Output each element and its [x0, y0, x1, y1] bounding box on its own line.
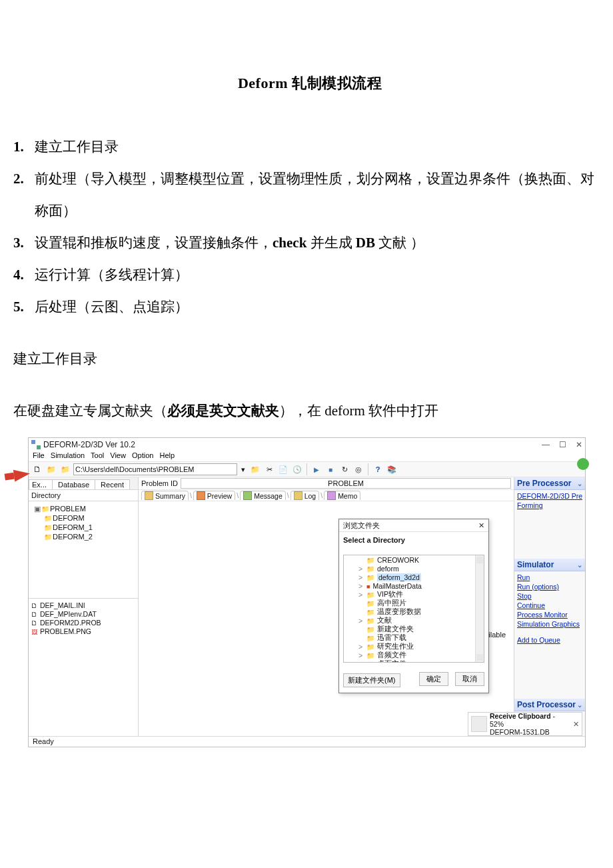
- folder-icon: [366, 608, 374, 616]
- run-icon[interactable]: [310, 463, 322, 475]
- browse-icon[interactable]: [59, 463, 71, 475]
- link-continue[interactable]: Continue: [517, 601, 582, 609]
- folder-icon: [366, 573, 374, 581]
- menu-simulation[interactable]: Simulation: [51, 451, 85, 459]
- dialog-folder-item[interactable]: >研究生作业: [344, 642, 484, 651]
- tab-database[interactable]: Database: [52, 479, 95, 489]
- tree-item[interactable]: DEFORM_1: [30, 523, 137, 532]
- tree-item[interactable]: DEFORM: [30, 513, 137, 523]
- doc-title: Deform 轧制模拟流程: [13, 73, 606, 93]
- tab-log[interactable]: Log: [291, 491, 320, 500]
- path-input[interactable]: C:\Users\dell\Documents\PROBLEM: [73, 463, 237, 475]
- menu-file[interactable]: File: [33, 451, 45, 459]
- file-item[interactable]: DEF_MPIenv.DAT: [30, 609, 137, 618]
- step-2: 2. 前处理（导入模型，调整模型位置，设置物理性质，划分网格，设置边界条件（换热…: [13, 163, 606, 227]
- dialog-folder-item[interactable]: >deform: [344, 564, 484, 573]
- link-simulation-graphics[interactable]: Simulation Graphics: [517, 620, 582, 628]
- new-folder-button[interactable]: 新建文件夹(M): [343, 673, 400, 687]
- file-item[interactable]: DEFORM2D.PROB: [30, 618, 137, 627]
- toast-close-icon[interactable]: ✕: [573, 720, 579, 728]
- tree-root[interactable]: ▣ PROBLEM: [30, 504, 137, 513]
- app-icon: [31, 440, 41, 449]
- preprocessor-header[interactable]: Pre Processor⌄: [514, 477, 585, 490]
- folder-icon: [366, 651, 374, 659]
- left-panel: Ex... Database Recent Directory ▣ PROBLE…: [29, 477, 139, 736]
- link-add-to-queue[interactable]: Add to Queue: [517, 636, 582, 644]
- folder-icon: [366, 556, 374, 564]
- folder-up-icon[interactable]: [249, 463, 261, 475]
- statusbar: Ready: [29, 736, 585, 747]
- toolbar-separator: [306, 463, 307, 475]
- dialog-folder-item[interactable]: >MailMasterData: [344, 581, 484, 590]
- tab-preview[interactable]: Preview: [193, 491, 235, 500]
- open-icon[interactable]: [45, 463, 57, 475]
- folder-icon: [366, 591, 374, 599]
- problem-id-value[interactable]: PROBLEM: [181, 478, 511, 489]
- tab-summary[interactable]: Summary: [141, 491, 189, 500]
- dialog-folder-item[interactable]: 温度变形数据: [344, 607, 484, 616]
- folder-icon: [43, 532, 53, 542]
- ok-button[interactable]: 确定: [419, 672, 448, 686]
- menu-view[interactable]: View: [110, 451, 126, 459]
- menu-tool[interactable]: Tool: [91, 451, 104, 459]
- deform-window: DEFORM-2D/3D Ver 10.2 — ☐ ✕ File Simulat…: [28, 437, 586, 747]
- dialog-folder-item[interactable]: 迅雷下载: [344, 633, 484, 642]
- refresh-icon[interactable]: [338, 463, 350, 475]
- target-icon[interactable]: [352, 463, 364, 475]
- toast-text: Receive Clipboard - 52% DEFORM-1531.DB: [490, 712, 570, 736]
- link-pre2d3d[interactable]: DEFORM-2D/3D Pre: [517, 492, 582, 500]
- library-icon[interactable]: [386, 463, 398, 475]
- dialog-folder-item[interactable]: >音频文件: [344, 651, 484, 659]
- summary-icon: [145, 491, 153, 500]
- tree-item[interactable]: DEFORM_2: [30, 532, 137, 541]
- chevron-icon: >: [358, 582, 364, 590]
- link-run[interactable]: Run: [517, 573, 582, 581]
- cancel-button[interactable]: 取消: [455, 672, 484, 686]
- dialog-folder-item[interactable]: >VIP软件: [344, 590, 484, 599]
- dialog-folder-item[interactable]: 高中照片: [344, 599, 484, 607]
- recent-icon[interactable]: [291, 463, 303, 475]
- menu-help[interactable]: Help: [159, 451, 175, 459]
- app-title: DEFORM-2D/3D Ver 10.2: [43, 440, 542, 449]
- right-panel: Pre Processor⌄ DEFORM-2D/3D Pre Forming …: [514, 477, 585, 736]
- folder-icon: [366, 582, 370, 590]
- dialog-scrollbar[interactable]: [475, 555, 484, 662]
- file-item[interactable]: DEF_MAIL.INI: [30, 601, 137, 609]
- help-icon[interactable]: [372, 463, 384, 475]
- link-process-monitor[interactable]: Process Monitor: [517, 611, 582, 619]
- postprocessor-header[interactable]: Post Processor⌄: [514, 699, 585, 711]
- dialog-close-icon[interactable]: ✕: [478, 521, 484, 530]
- close-button[interactable]: ✕: [576, 440, 582, 449]
- dialog-folder-item[interactable]: 新建文件夹: [344, 625, 484, 633]
- simulator-header[interactable]: Simulator⌄: [514, 559, 585, 571]
- minimize-button[interactable]: —: [542, 440, 550, 449]
- link-forming[interactable]: Forming: [517, 501, 582, 509]
- dialog-folder-item[interactable]: >deform_3d2d: [344, 573, 484, 581]
- file-item[interactable]: PROBLEM.PNG: [30, 627, 137, 635]
- path-dropdown[interactable]: ▾: [239, 465, 247, 474]
- dialog-titlebar: 浏览文件夹 ✕: [339, 519, 488, 532]
- cut-icon[interactable]: [263, 463, 275, 475]
- folder-icon: [366, 625, 374, 633]
- preprocessor-links: DEFORM-2D/3D Pre Forming: [514, 490, 585, 516]
- folder-icon: [366, 565, 374, 573]
- maximize-button[interactable]: ☐: [559, 440, 566, 449]
- new-icon[interactable]: [31, 463, 43, 475]
- stop-icon[interactable]: [324, 463, 336, 475]
- log-icon: [294, 491, 303, 500]
- folder-name: 桌面文件: [377, 659, 406, 663]
- link-stop[interactable]: Stop: [517, 592, 582, 600]
- file-icon: [30, 610, 38, 618]
- window-controls: — ☐ ✕: [542, 440, 582, 449]
- folder-name: deform: [377, 565, 399, 573]
- tab-explorer[interactable]: Ex...: [29, 479, 53, 489]
- tab-recent[interactable]: Recent: [95, 479, 130, 489]
- link-run-options[interactable]: Run (options): [517, 583, 582, 591]
- dialog-folder-item[interactable]: >桌面文件: [344, 659, 484, 663]
- tab-memo[interactable]: Memo: [324, 491, 360, 500]
- menu-option[interactable]: Option: [132, 451, 153, 459]
- doc-icon[interactable]: [277, 463, 289, 475]
- dialog-folder-item[interactable]: CREOWORK: [344, 555, 484, 564]
- dialog-folder-item[interactable]: >文献: [344, 616, 484, 625]
- tab-message[interactable]: Message: [240, 491, 286, 500]
